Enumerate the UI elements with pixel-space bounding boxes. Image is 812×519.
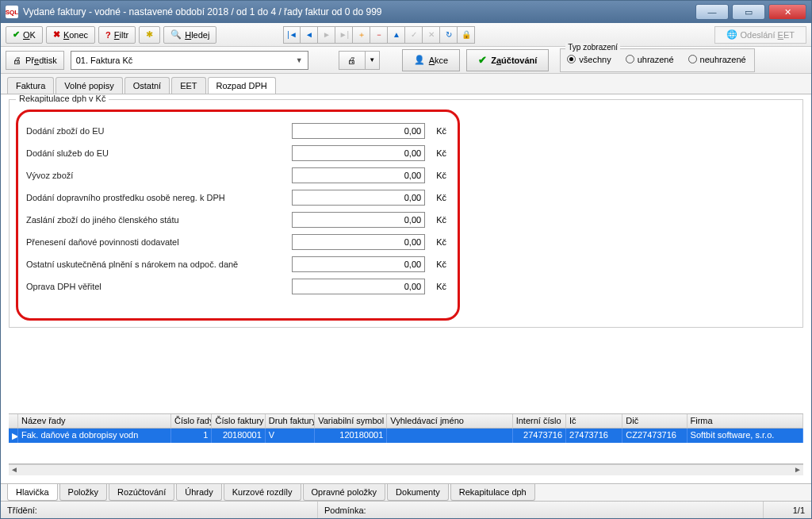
rekap-input[interactable] bbox=[292, 256, 425, 272]
cell[interactable]: Softbit software, s.r.o. bbox=[688, 429, 803, 443]
print-button[interactable]: 🖨 bbox=[339, 51, 366, 70]
column-header[interactable]: Vyhledávací jméno bbox=[387, 414, 512, 429]
tab-rozuctovani[interactable]: Rozúčtování bbox=[109, 484, 174, 501]
tab-kurzove-rozdily[interactable]: Kurzové rozdíly bbox=[224, 484, 301, 501]
tab-hlavicka[interactable]: Hlavička bbox=[7, 484, 58, 501]
cell[interactable]: Fak. daňové a dobropisy vodn bbox=[18, 429, 171, 443]
cell[interactable]: V bbox=[266, 429, 315, 443]
window-controls: — ▭ ✕ bbox=[695, 4, 806, 20]
column-header[interactable]: Název řady bbox=[18, 414, 171, 429]
rekap-input[interactable] bbox=[292, 167, 425, 183]
rekap-row: Dodání zboží do EUKč bbox=[26, 123, 446, 139]
person-icon: 👤 bbox=[414, 55, 425, 65]
print-dropdown[interactable]: ▼ bbox=[366, 51, 380, 70]
tab-eet[interactable]: EET bbox=[171, 77, 205, 94]
column-header[interactable]: Dič bbox=[622, 414, 687, 429]
cell[interactable]: 27473716 bbox=[513, 429, 566, 443]
radio-neuhrazene[interactable]: neuhrazené bbox=[688, 55, 746, 64]
nav-prev-icon[interactable]: ◄ bbox=[301, 26, 318, 44]
rekap-input[interactable] bbox=[292, 145, 425, 161]
rekap-input[interactable] bbox=[292, 123, 425, 139]
tab-volne-popisy[interactable]: Volné popisy bbox=[56, 77, 122, 94]
column-header[interactable]: Ič bbox=[566, 414, 622, 429]
tab-uhrady[interactable]: Úhrady bbox=[176, 484, 221, 501]
radio-vsechny[interactable]: všechny bbox=[567, 55, 611, 64]
nav-up-icon[interactable]: ▲ bbox=[388, 26, 405, 44]
rekap-label: Vývoz zboží bbox=[26, 171, 292, 180]
rekap-input[interactable] bbox=[292, 190, 425, 206]
typ-legend: Typ zobrazení bbox=[565, 43, 620, 52]
eet-button[interactable]: 🌐Odeslání EET bbox=[714, 26, 807, 44]
unit-label: Kč bbox=[436, 282, 446, 291]
column-header[interactable]: Firma bbox=[688, 414, 803, 429]
predtisk-combo[interactable]: 01. Faktura Kč ▼ bbox=[71, 51, 308, 70]
window-title: Vydané faktury - vodné - nastavené obdob… bbox=[23, 6, 695, 17]
rekap-label: Přenesení daňové povinnosti dodavatel bbox=[26, 237, 292, 247]
rekap-label: Dodání dopravního prostředku osobě nereg… bbox=[26, 193, 292, 202]
tab-rekapitulace-dph-lower[interactable]: Rekapitulace dph bbox=[450, 484, 535, 501]
highlight-box: Dodání zboží do EUKčDodání služeb do EUK… bbox=[16, 110, 460, 321]
nav-first-icon[interactable]: |◄ bbox=[283, 26, 301, 44]
cell[interactable] bbox=[387, 429, 512, 443]
grid-scrollbar[interactable]: ◄► bbox=[9, 464, 803, 475]
rekap-input[interactable] bbox=[292, 234, 425, 250]
column-header[interactable]: Variabilní symbol bbox=[315, 414, 387, 429]
rekap-row: Zaslání zboží do jiného členského státuK… bbox=[26, 212, 446, 228]
predtisk-button[interactable]: 🖨Předtisk bbox=[6, 51, 64, 70]
invoice-grid[interactable]: Název řadyČíslo řadyČíslo fakturyDruh fa… bbox=[9, 413, 803, 464]
unit-label: Kč bbox=[436, 215, 446, 225]
rekap-input[interactable] bbox=[292, 212, 425, 228]
konec-button[interactable]: ✖Konec bbox=[46, 26, 95, 44]
unit-label: Kč bbox=[436, 148, 446, 158]
hledej-button[interactable]: 🔍Hledej bbox=[163, 26, 216, 44]
filtr-button[interactable]: ?Filtr bbox=[98, 26, 136, 44]
nav-cancel-icon[interactable]: ✕ bbox=[423, 26, 440, 44]
star-button[interactable]: ✱ bbox=[139, 26, 160, 44]
cell[interactable]: 120180001 bbox=[315, 429, 387, 443]
tab-polozky[interactable]: Položky bbox=[59, 484, 108, 501]
tab-rozpad-dph[interactable]: Rozpad DPH bbox=[208, 77, 276, 94]
zauctovani-button[interactable]: ✔Zaúčtování bbox=[466, 49, 549, 71]
rekap-input[interactable] bbox=[292, 279, 425, 294]
unit-label: Kč bbox=[436, 237, 446, 247]
nav-refresh-icon[interactable]: ↻ bbox=[440, 26, 458, 44]
nav-confirm-icon[interactable]: ✓ bbox=[405, 26, 423, 44]
nav-last-icon[interactable]: ►| bbox=[335, 26, 353, 44]
tabs-lower: Hlavička Položky Rozúčtování Úhrady Kurz… bbox=[1, 483, 811, 501]
column-header[interactable]: Číslo faktury bbox=[212, 414, 265, 429]
rekap-label: Zaslání zboží do jiného členského státu bbox=[26, 215, 292, 225]
radio-uhrazene[interactable]: uhrazené bbox=[626, 55, 674, 64]
unit-label: Kč bbox=[436, 171, 446, 180]
minimize-button[interactable]: — bbox=[695, 4, 729, 20]
rekap-row: Dodání služeb do EUKč bbox=[26, 145, 446, 161]
cell[interactable]: 27473716 bbox=[566, 429, 622, 443]
tab-opravne-polozky[interactable]: Opravné položky bbox=[303, 484, 386, 501]
rekap-row: Oprava DPH věřitelKč bbox=[26, 279, 446, 294]
statusbar: Třídění: Podmínka: 1/1 bbox=[1, 501, 811, 518]
table-row[interactable]: ▶Fak. daňové a dobropisy vodn120180001V1… bbox=[9, 429, 803, 443]
close-button[interactable]: ✕ bbox=[768, 4, 806, 20]
rekap-label: Dodání zboží do EU bbox=[26, 126, 292, 136]
rekap-label: Oprava DPH věřitel bbox=[26, 282, 292, 291]
tabs-upper: Faktura Volné popisy Ostatní EET Rozpad … bbox=[1, 74, 811, 94]
tab-dokumenty[interactable]: Dokumenty bbox=[387, 484, 449, 501]
column-header[interactable]: Druh faktury bbox=[266, 414, 315, 429]
nav-add-icon[interactable]: ＋ bbox=[353, 26, 370, 44]
column-header[interactable]: Číslo řady bbox=[171, 414, 213, 429]
unit-label: Kč bbox=[436, 126, 446, 136]
rekap-row: Ostatní uskutečněná plnění s nárokem na … bbox=[26, 256, 446, 272]
column-header[interactable]: Interní číslo bbox=[513, 414, 566, 429]
tab-faktura[interactable]: Faktura bbox=[7, 77, 54, 94]
nav-remove-icon[interactable]: － bbox=[370, 26, 388, 44]
nav-next-icon[interactable]: ► bbox=[318, 26, 335, 44]
cell[interactable]: CZ27473716 bbox=[622, 429, 687, 443]
ok-button[interactable]: ✔OOKK bbox=[6, 26, 43, 44]
tab-ostatni[interactable]: Ostatní bbox=[124, 77, 170, 94]
akce-button[interactable]: 👤Akce bbox=[402, 49, 460, 71]
nav-lock-icon[interactable]: 🔒 bbox=[458, 26, 475, 44]
maximize-button[interactable]: ▭ bbox=[732, 4, 765, 20]
toolbar-main: ✔OOKK ✖Konec ?Filtr ✱ 🔍Hledej |◄ ◄ ► ►| … bbox=[1, 23, 811, 47]
toolbar-secondary: 🖨Předtisk 01. Faktura Kč ▼ 🖨 ▼ 👤Akce ✔Za… bbox=[1, 47, 811, 74]
cell[interactable]: 20180001 bbox=[212, 429, 265, 443]
cell[interactable]: 1 bbox=[171, 429, 213, 443]
